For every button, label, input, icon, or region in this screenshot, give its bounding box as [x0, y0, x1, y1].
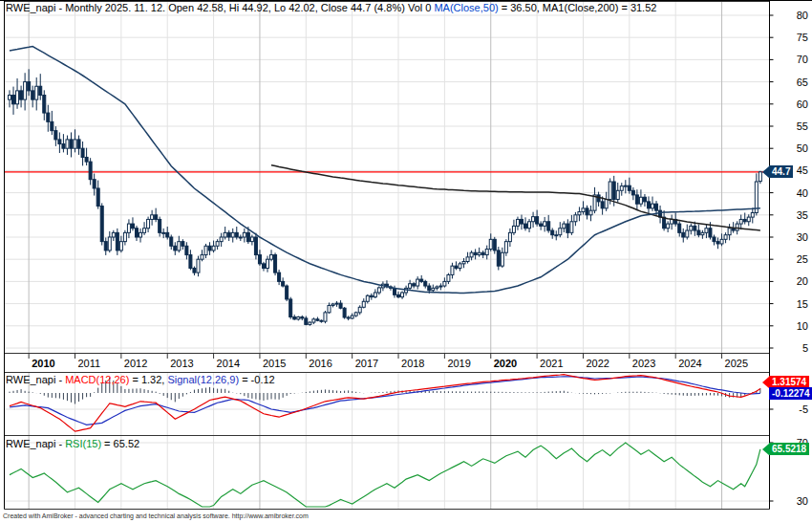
x-axis-year-label: 2021	[540, 358, 563, 369]
x-axis-year-label: 2020	[494, 358, 517, 369]
signal-badge-value: -0.12274	[769, 387, 812, 400]
amibroker-chart-window: 5101520253035404550556065707580-53070201…	[0, 0, 812, 523]
x-axis-year-label: 2024	[678, 358, 701, 369]
price-panel-title: RWE_napi - Monthly 2025. 11. 12. Open 42…	[6, 2, 656, 13]
axis-tick-label: 45	[797, 164, 808, 176]
rsi-title-label: RSI(15)	[65, 438, 101, 449]
signal-value-badge: -0.12274	[769, 387, 812, 400]
badge-left-arrow-icon	[762, 166, 769, 178]
x-axis-year-label: 2025	[725, 358, 748, 369]
x-axis-year-label: 2022	[586, 358, 609, 369]
signal-title-label: Signal(12,26,9)	[167, 374, 239, 385]
axis-tick-label: 10	[797, 320, 808, 332]
badge-left-arrow-icon	[762, 444, 769, 455]
axis-tick-label: 65	[797, 76, 808, 88]
x-axis-year-label: 2012	[124, 358, 147, 369]
ma50-title-label: MA(Close,50)	[434, 2, 498, 13]
axis-tick-label: 20	[797, 275, 808, 287]
axis-tick-label: 50	[797, 142, 808, 154]
axis-tick-label: 60	[797, 98, 808, 110]
axis-tick-label: 30	[797, 495, 808, 507]
x-axis-year-label: 2016	[309, 358, 331, 369]
axis-tick-label: 30	[797, 231, 808, 243]
axis-tick-label: 40	[797, 187, 808, 199]
rsi-value-badge: 65.5218	[762, 443, 809, 455]
x-axis-year-label: 2013	[170, 358, 193, 369]
macd-title-text-3: = -0.12	[239, 374, 275, 385]
x-axis-year-label: 2010	[32, 358, 54, 369]
macd-title-label: MACD(12,26)	[65, 374, 129, 385]
macd-title-text-2: = 1.32,	[129, 374, 167, 385]
x-axis-year-label: 2011	[78, 358, 101, 369]
series-line	[10, 443, 760, 507]
rsi-panel-title: RWE_napi - RSI(15) = 65.52	[6, 438, 139, 449]
rsi-title-text: RWE_napi -	[6, 438, 65, 449]
axis-tick-label: 15	[797, 298, 808, 310]
x-axis-year-label: 2023	[632, 358, 655, 369]
x-axis-year-label: 2019	[447, 358, 470, 369]
close-price-badge: 44.7	[762, 165, 793, 178]
badge-left-arrow-icon	[762, 377, 769, 388]
close-price-badge-value: 44.7	[769, 165, 793, 178]
axis-tick-label: 80	[797, 10, 808, 21]
series-line	[10, 47, 760, 294]
macd-panel-title: RWE_napi - MACD(12,26) = 1.32, Signal(12…	[6, 374, 275, 385]
axis-tick-label: -5	[799, 403, 808, 415]
x-axis-year-label: 2015	[263, 358, 286, 369]
price-title-text: RWE_napi - Monthly 2025. 11. 12. Open 42…	[6, 2, 434, 13]
x-axis-year-label: 2017	[355, 358, 378, 369]
macd-title-text: RWE_napi -	[6, 374, 65, 385]
axis-tick-label: 35	[797, 209, 808, 221]
axis-tick-label: 75	[797, 32, 808, 43]
rsi-badge-value: 65.5218	[769, 443, 809, 455]
amibroker-credit-text: Created with AmiBroker - advanced charti…	[3, 512, 309, 519]
axis-tick-label: 70	[797, 54, 808, 65]
axis-tick-label: 25	[797, 253, 808, 265]
rsi-title-text-2: = 65.52	[101, 438, 139, 449]
axis-tick-label: 55	[797, 120, 808, 132]
price-title-text-2: = 36.50, MA1(Close,200) = 31.52	[499, 2, 657, 13]
x-axis-year-label: 2014	[217, 358, 240, 369]
axis-tick-label: 5	[802, 342, 808, 354]
x-axis-year-label: 2018	[401, 358, 424, 369]
series-line	[271, 165, 760, 230]
